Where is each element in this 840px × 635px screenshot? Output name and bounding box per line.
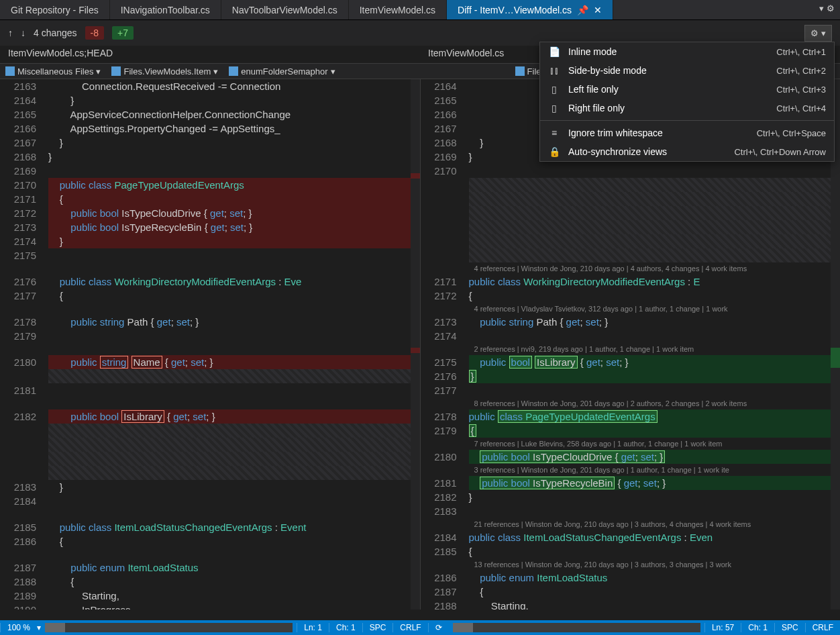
menu-item-label: Right file only (568, 103, 768, 113)
tab-diff[interactable]: Diff - ItemV…ViewModel.cs 📌 ✕ (447, 0, 613, 19)
field-icon (229, 66, 238, 76)
window-menu-icon[interactable]: ▾ ⚙ (814, 0, 840, 19)
menu-item-shortcut: Ctrl+\, Ctrl+1 (776, 47, 826, 57)
menu-item-ignore-trim-whitespace[interactable]: ≡Ignore trim whitespaceCtrl+\, Ctrl+Spac… (540, 124, 834, 142)
menu-item-icon: ≡ (548, 128, 560, 138)
deletions-badge: -8 (85, 26, 104, 40)
settings-button[interactable]: ⚙ ▾ (804, 25, 832, 42)
status-ch-left: Ch: 1 (329, 623, 362, 632)
zoom-dropdown-icon[interactable]: ▾ (37, 623, 41, 632)
status-spc-right: SPC (774, 623, 805, 632)
csharp-icon (5, 66, 15, 76)
status-crlf-left: CRLF (392, 623, 427, 632)
tab-navtoolbar[interactable]: NavToolbarViewModel.cs (221, 0, 349, 19)
menu-item-label: Ignore trim whitespace (568, 128, 749, 138)
left-filename: ItemViewModel.cs;HEAD (0, 46, 420, 63)
menu-item-icon: ▯ (548, 84, 560, 95)
menu-item-label: Auto-synchronize views (568, 146, 726, 157)
prev-change-icon[interactable]: ↑ (8, 28, 13, 38)
next-change-icon[interactable]: ↓ (21, 28, 25, 38)
left-gutter: 2163216421652166216721682169217021712172… (0, 79, 47, 609)
left-pane[interactable]: 2163216421652166216721682169217021712172… (0, 79, 421, 609)
tab-git-repo[interactable]: Git Repository - Files (0, 0, 110, 19)
minimap-left[interactable] (411, 79, 420, 609)
status-ch-right: Ch: 1 (741, 623, 774, 632)
tab-itemvm[interactable]: ItemViewModel.cs (349, 0, 447, 19)
close-icon[interactable]: ✕ (594, 5, 602, 15)
menu-item-icon: 🔒 (548, 146, 560, 157)
menu-item-side-by-side-mode[interactable]: ⫿⫿Side-by-side modeCtrl+\, Ctrl+2 (540, 61, 834, 80)
right-gutter: 2164216521662167216821692170217121722173… (421, 79, 468, 609)
crumb-label: Miscellaneous Files (17, 66, 93, 77)
menu-item-label: Side-by-side mode (568, 65, 768, 76)
menu-item-icon: 📄 (548, 46, 560, 57)
status-spc-left: SPC (362, 623, 393, 632)
crumb-misc[interactable]: Miscellaneous Files ▾ (0, 64, 106, 79)
menu-item-label: Inline mode (568, 46, 768, 57)
menu-item-label: Left file only (568, 84, 768, 95)
crumb-label: Files.ViewModels.Item (123, 66, 211, 77)
menu-item-auto-synchronize-views[interactable]: 🔒Auto-synchronize viewsCtrl+\, Ctrl+Down… (540, 142, 834, 161)
scroll-thumb[interactable] (45, 623, 65, 632)
tab-bar: Git Repository - Files INavigationToolba… (0, 0, 840, 20)
status-bar: 100 % ▾ Ln: 1 Ch: 1 SPC CRLF ⟳ Ln: 57 Ch… (0, 620, 840, 635)
additions-badge: +7 (112, 26, 134, 40)
status-sync-icon[interactable]: ⟳ (428, 623, 449, 632)
crumb-ns[interactable]: Files.ViewModels.Item ▾ (106, 64, 223, 79)
menu-item-icon: ▯ (548, 103, 560, 113)
tab-inav[interactable]: INavigationToolbar.cs (110, 0, 221, 19)
crumb-label: enumFolderSemaphor (241, 66, 327, 77)
zoom-level[interactable]: 100 % (0, 623, 37, 632)
menu-item-left-file-only[interactable]: ▯Left file onlyCtrl+\, Ctrl+3 (540, 80, 834, 99)
menu-item-shortcut: Ctrl+\, Ctrl+3 (776, 85, 826, 95)
pin-icon[interactable]: 📌 (577, 5, 588, 15)
namespace-icon (111, 66, 121, 76)
menu-item-shortcut: Ctrl+\, Ctrl+4 (776, 103, 826, 113)
left-code[interactable]: Connection.RequestReceived -= Connection… (48, 79, 420, 609)
menu-item-right-file-only[interactable]: ▯Right file onlyCtrl+\, Ctrl+4 (540, 99, 834, 117)
crumb-member[interactable]: enumFolderSemaphor ▾ (223, 64, 340, 79)
scrollbar-left[interactable] (45, 623, 293, 632)
tab-diff-label: Diff - ItemV…ViewModel.cs (458, 5, 572, 15)
diff-settings-menu: 📄Inline modeCtrl+\, Ctrl+1⫿⫿Side-by-side… (539, 42, 835, 162)
menu-item-inline-mode[interactable]: 📄Inline modeCtrl+\, Ctrl+1 (540, 42, 834, 61)
menu-item-shortcut: Ctrl+\, Ctrl+Space (757, 128, 826, 138)
scrollbar-right[interactable] (453, 623, 700, 632)
status-ln-left: Ln: 1 (297, 623, 329, 632)
status-ln-right: Ln: 57 (704, 623, 741, 632)
changes-count: 4 changes (34, 28, 77, 38)
scroll-thumb[interactable] (453, 623, 473, 632)
menu-item-shortcut: Ctrl+\, Ctrl+2 (776, 66, 826, 76)
menu-item-shortcut: Ctrl+\, Ctrl+Down Arrow (734, 147, 826, 157)
status-crlf-right: CRLF (805, 623, 840, 632)
menu-item-icon: ⫿⫿ (548, 65, 560, 76)
csharp-icon (515, 66, 525, 76)
